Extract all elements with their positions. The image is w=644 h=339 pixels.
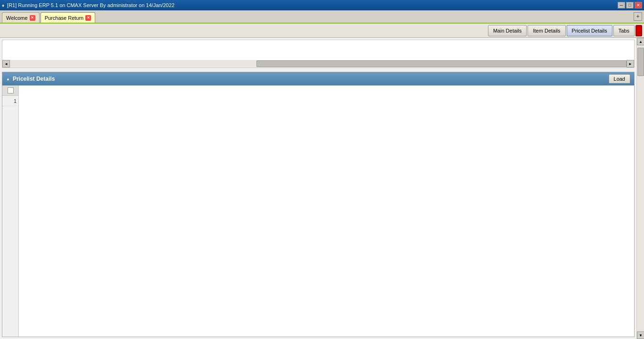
scroll-right-button[interactable]: ►: [627, 60, 634, 68]
scroll-up-button[interactable]: ▲: [637, 38, 644, 45]
v-scroll-thumb[interactable]: [637, 48, 644, 76]
main-content: Main Details Item Details Pricelist Deta…: [0, 24, 644, 339]
tab-add-button[interactable]: +: [634, 12, 642, 21]
top-panel: ◄ ►: [2, 40, 635, 68]
close-button[interactable]: ✕: [635, 2, 642, 8]
restore-button[interactable]: □: [626, 2, 634, 8]
main-details-button[interactable]: Main Details: [488, 25, 527, 36]
pricelist-section: ▲ Pricelist Details Load 1: [2, 72, 635, 337]
grid-area: 1: [2, 85, 634, 337]
toolbar: Main Details Item Details Pricelist Deta…: [0, 24, 644, 38]
item-details-button[interactable]: Item Details: [528, 25, 565, 36]
tab-bar: Welcome ✕ Purchase Return ✕ +: [0, 10, 644, 24]
pricelist-title: Pricelist Details: [13, 76, 55, 82]
header-checkbox[interactable]: [8, 87, 14, 93]
title-bar-text: [R1] Running ERP 5.1 on CMAX Server By a…: [7, 2, 174, 8]
tab-welcome-close[interactable]: ✕: [30, 15, 35, 21]
horizontal-scrollbar[interactable]: ◄ ►: [2, 60, 634, 68]
scroll-thumb[interactable]: [256, 60, 627, 67]
scroll-track[interactable]: [10, 60, 627, 68]
scroll-down-button[interactable]: ▼: [637, 331, 644, 339]
scroll-container: ◄ ► ▲ Pricelist Details Load: [0, 38, 636, 339]
tab-purchase-return-label: Purchase Return: [45, 15, 84, 21]
pricelist-header: ▲ Pricelist Details Load: [2, 72, 634, 85]
tab-purchase-return[interactable]: Purchase Return ✕: [41, 12, 96, 23]
scroll-area: ◄ ► ▲ Pricelist Details Load: [0, 38, 644, 339]
vertical-scrollbar[interactable]: ▲ ▼: [636, 38, 644, 339]
row-number-1: 1: [2, 96, 18, 106]
tab-purchase-return-close[interactable]: ✕: [85, 15, 91, 21]
tab-welcome[interactable]: Welcome ✕: [2, 12, 40, 23]
collapse-icon: ▲: [6, 77, 10, 81]
title-bar: ♦ [R1] Running ERP 5.1 on CMAX Server By…: [0, 0, 644, 10]
scroll-left-button[interactable]: ◄: [2, 60, 10, 68]
tabs-button[interactable]: Tabs: [613, 25, 635, 36]
v-scroll-track[interactable]: [637, 45, 644, 331]
app-icon: ♦: [2, 3, 4, 8]
row-numbers: 1: [2, 85, 19, 337]
load-button[interactable]: Load: [609, 74, 630, 84]
grid-content: [19, 85, 634, 337]
tab-welcome-label: Welcome: [6, 15, 28, 21]
minimize-button[interactable]: ─: [618, 2, 625, 8]
red-action-button[interactable]: [636, 25, 642, 36]
row-number-header: [2, 85, 18, 96]
pricelist-details-button[interactable]: Pricelist Details: [567, 25, 612, 36]
